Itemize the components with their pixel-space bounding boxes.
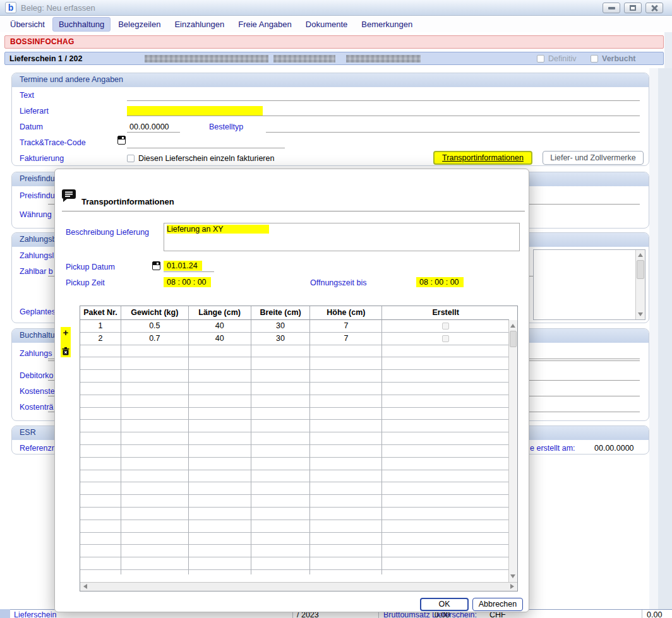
table-cell[interactable] [80,570,121,574]
table-cell[interactable] [121,383,189,395]
table-cell[interactable] [251,495,311,508]
table-cell[interactable]: 0.5 [121,320,189,333]
scrollbar-thumb[interactable] [637,260,644,279]
pickup-zeit-value[interactable]: 08 : 00 : 00 [164,277,211,287]
table-cell[interactable] [251,408,311,420]
table-cell[interactable] [310,357,382,370]
scroll-down-arrow[interactable] [509,573,517,580]
table-cell[interactable] [382,470,509,483]
table-cell[interactable] [80,557,121,570]
table-row[interactable] [80,520,509,533]
table-cell[interactable] [121,420,189,432]
table-cell[interactable] [382,520,509,533]
table-horizontal-scrollbar[interactable] [80,582,517,591]
beschreibung-value[interactable]: Lieferung an XY [167,225,269,234]
table-row[interactable] [80,370,509,383]
table-cell[interactable]: 7 [310,320,382,333]
table-cell[interactable] [121,545,189,557]
table-cell[interactable] [121,345,189,358]
zahlung-textbox[interactable] [533,249,645,320]
erstellt-checkbox[interactable] [442,335,449,342]
table-cell[interactable] [80,520,121,533]
lieferart-input[interactable] [127,116,640,116]
scroll-down-arrow[interactable] [637,311,644,318]
table-cell[interactable] [310,370,382,383]
table-cell[interactable] [189,545,251,557]
table-row[interactable] [80,357,509,370]
datum-input[interactable] [127,132,180,133]
table-cell[interactable] [382,570,509,574]
tab-bemerkungen[interactable]: Bemerkungen [355,17,419,32]
lieferart-input-highlight[interactable] [127,106,263,116]
table-row[interactable] [80,432,509,445]
table-cell[interactable] [189,445,251,458]
transportinformationen-button[interactable]: Transportinformationen [433,151,532,165]
table-cell[interactable]: 30 [251,333,311,345]
definitiv-checkbox[interactable] [537,55,544,62]
table-cell[interactable] [189,408,251,420]
table-cell[interactable] [251,470,311,483]
table-cell[interactable] [80,370,121,383]
table-cell[interactable] [382,395,509,408]
table-cell[interactable] [251,420,311,432]
table-cell[interactable] [121,432,189,445]
table-cell[interactable] [382,508,509,520]
table-row[interactable] [80,533,509,545]
table-cell[interactable] [382,495,509,508]
table-cell[interactable] [189,495,251,508]
table-cell[interactable] [310,420,382,432]
table-cell[interactable] [121,470,189,483]
table-cell[interactable] [121,357,189,370]
table-row[interactable] [80,557,509,570]
table-cell[interactable] [189,383,251,395]
table-cell[interactable] [310,408,382,420]
scroll-up-arrow[interactable] [509,322,517,330]
table-cell[interactable] [310,345,382,358]
table-row[interactable] [80,470,509,483]
table-row[interactable]: 10.540307 [80,320,509,333]
tab-dokumente[interactable]: Dokumente [299,17,354,32]
table-cell[interactable] [382,533,509,545]
table-cell[interactable]: 7 [310,333,382,345]
tab-einzahlungen[interactable]: Einzahlungen [168,17,231,32]
table-cell[interactable] [382,557,509,570]
table-cell[interactable] [189,533,251,545]
table-row[interactable] [80,545,509,557]
table-cell[interactable] [121,370,189,383]
erstellt-checkbox[interactable] [442,323,449,330]
table-cell[interactable] [382,445,509,458]
table-cell[interactable] [251,570,311,574]
table-cell[interactable] [121,533,189,545]
einzeln-fakturieren-checkbox[interactable] [127,155,135,162]
table-cell[interactable] [251,520,311,533]
tab-belegzeilen[interactable]: Belegzeilen [112,17,167,32]
pickup-datum-input[interactable] [164,271,214,272]
calendar-icon[interactable] [117,136,126,145]
table-cell[interactable] [121,408,189,420]
table-cell[interactable] [382,333,509,345]
pickup-datum-value[interactable]: 01.01.24 [164,261,202,271]
add-row-button[interactable]: + [63,329,69,336]
table-cell[interactable] [121,458,189,470]
table-cell[interactable] [80,383,121,395]
table-cell[interactable]: 30 [251,320,311,333]
table-cell[interactable] [80,420,121,432]
table-cell[interactable]: 40 [189,320,251,333]
verbucht-checkbox[interactable] [591,55,598,62]
calendar-icon[interactable] [152,261,160,270]
table-cell[interactable] [310,383,382,395]
table-cell[interactable] [310,545,382,557]
table-cell[interactable] [382,545,509,557]
table-cell[interactable] [382,408,509,420]
table-cell[interactable] [382,320,509,333]
table-cell[interactable] [189,470,251,483]
table-cell[interactable] [80,495,121,508]
bestelltyp-input[interactable] [266,132,640,133]
zollvermerke-button[interactable]: Liefer- und Zollvermerke [543,151,644,165]
table-cell[interactable] [80,432,121,445]
table-cell[interactable]: 1 [80,320,121,333]
table-cell[interactable] [251,370,311,383]
table-cell[interactable]: 40 [189,333,251,345]
tab-freie-angaben[interactable]: Freie Angaben [232,17,298,32]
table-row[interactable] [80,495,509,508]
